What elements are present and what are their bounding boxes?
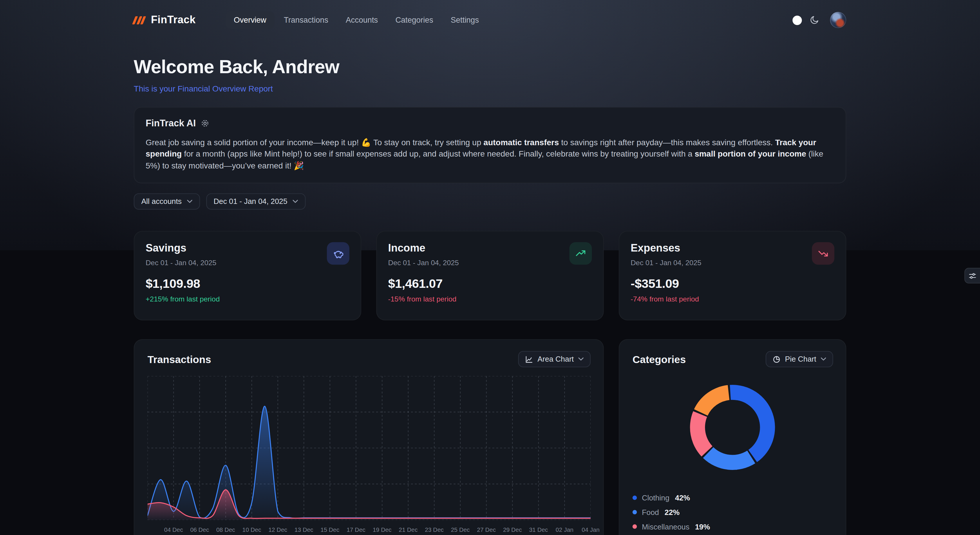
x-axis-tick: 23 Dec — [425, 527, 444, 533]
ai-card-title: FinTrack AI — [146, 118, 196, 128]
chevron-down-icon — [293, 200, 298, 204]
gear-icon — [201, 118, 210, 127]
savings-amount: $1,109.98 — [146, 277, 349, 291]
panel-settings-button[interactable] — [964, 268, 980, 283]
legend-item-clothing: Clothing 42% — [632, 491, 832, 505]
savings-card: Savings Dec 01 - Jan 04, 2025 $1,109.98 … — [134, 231, 361, 321]
piggy-bank-icon — [327, 243, 350, 265]
x-axis-tick: 21 Dec — [399, 527, 418, 533]
legend-dot — [632, 525, 637, 529]
x-axis-tick: 04 Dec — [164, 527, 183, 533]
savings-title: Savings — [146, 243, 216, 255]
categories-legend: Clothing 42% Food 22% Miscellaneous 19% — [619, 491, 846, 535]
brand-logo[interactable]: FinTrack — [134, 14, 196, 26]
categories-panel-title: Categories — [632, 353, 686, 366]
expenses-period: Dec 01 - Jan 04, 2025 — [631, 259, 702, 267]
x-axis-tick: 25 Dec — [451, 527, 470, 533]
moon-icon — [810, 15, 819, 25]
pie-chart-icon — [773, 355, 781, 363]
theme-light-button[interactable] — [791, 13, 803, 26]
filter-row: All accounts Dec 01 - Jan 04, 2025 — [134, 193, 846, 210]
x-axis-tick: 04 Jan — [582, 527, 599, 533]
area-chart-container: 04 Dec06 Dec08 Dec10 Dec12 Dec13 Dec15 D… — [147, 377, 590, 535]
stats-row: Savings Dec 01 - Jan 04, 2025 $1,109.98 … — [134, 231, 846, 321]
donut-segment-clothing — [730, 385, 775, 462]
chevron-down-icon — [821, 358, 826, 361]
chart-type-label: Pie Chart — [785, 355, 816, 364]
brand-name: FinTrack — [151, 14, 196, 26]
x-axis-tick: 17 Dec — [347, 527, 366, 533]
savings-period: Dec 01 - Jan 04, 2025 — [146, 259, 216, 267]
x-axis-tick: 31 Dec — [529, 527, 548, 533]
expenses-amount: -$351.09 — [631, 277, 834, 291]
nav-item-settings[interactable]: Settings — [442, 11, 487, 29]
legend-value: 22% — [665, 508, 680, 517]
x-axis-tick: 15 Dec — [321, 527, 339, 533]
nav-item-overview[interactable]: Overview — [226, 11, 274, 29]
date-range-label: Dec 01 - Jan 04, 2025 — [213, 197, 287, 206]
x-axis-tick: 29 Dec — [503, 527, 522, 533]
income-period: Dec 01 - Jan 04, 2025 — [388, 259, 459, 267]
legend-label: Clothing — [642, 493, 670, 502]
income-title: Income — [388, 243, 459, 255]
trending-up-icon — [570, 243, 592, 265]
legend-dot — [632, 496, 637, 500]
ai-message: Great job saving a solid portion of your… — [146, 137, 834, 172]
categories-donut-chart — [679, 374, 786, 481]
theme-dark-button[interactable] — [807, 13, 821, 27]
sun-icon — [792, 15, 802, 25]
legend-value: 19% — [695, 522, 710, 531]
chevron-down-icon — [187, 200, 192, 204]
x-axis-tick: 08 Dec — [216, 527, 235, 533]
legend-dot — [632, 510, 637, 515]
account-filter-label: All accounts — [141, 197, 181, 206]
legend-item-food: Food 22% — [632, 505, 832, 520]
transactions-chart-type-dropdown[interactable]: Area Chart — [518, 351, 591, 367]
financial-overview-report-link[interactable]: This is your Financial Overview Report — [134, 84, 273, 93]
main-nav: Overview Transactions Accounts Categorie… — [226, 11, 487, 29]
legend-value: 42% — [675, 493, 690, 502]
sliders-icon — [968, 271, 977, 280]
x-axis-tick: 19 Dec — [373, 527, 391, 533]
top-nav-bar: FinTrack Overview Transactions Accounts … — [0, 0, 980, 40]
chevron-down-icon — [578, 358, 584, 361]
page-title: Welcome Back, Andrew — [134, 56, 846, 78]
x-axis-tick: 12 Dec — [268, 527, 287, 533]
area-chart-icon — [525, 355, 533, 363]
legend-label: Food — [642, 508, 659, 517]
header-actions — [791, 12, 846, 28]
chart-type-label: Area Chart — [538, 355, 574, 364]
donut-segment-other — [694, 385, 729, 416]
income-change: -15% from last period — [388, 295, 592, 303]
savings-change: +215% from last period — [146, 295, 349, 303]
income-card: Income Dec 01 - Jan 04, 2025 $1,461.07 -… — [376, 231, 604, 321]
donut-segment-food — [703, 447, 755, 470]
panels-row: Transactions Area Chart 04 Dec06 Dec08 D… — [134, 339, 846, 535]
income-amount: $1,461.07 — [388, 277, 592, 291]
legend-item-miscellaneous: Miscellaneous 19% — [632, 520, 832, 534]
trending-down-icon — [812, 243, 834, 265]
nav-item-accounts[interactable]: Accounts — [338, 11, 386, 29]
x-axis-tick: 13 Dec — [294, 527, 313, 533]
main-content: Welcome Back, Andrew This is your Financ… — [134, 56, 846, 535]
nav-item-categories[interactable]: Categories — [387, 11, 441, 29]
nav-item-transactions[interactable]: Transactions — [275, 11, 336, 29]
x-axis-tick: 06 Dec — [190, 527, 209, 533]
transactions-panel: Transactions Area Chart 04 Dec06 Dec08 D… — [134, 339, 604, 535]
transactions-panel-title: Transactions — [147, 353, 211, 366]
x-axis-tick: 27 Dec — [477, 527, 496, 533]
x-axis-tick: 02 Jan — [555, 527, 573, 533]
app-root: FinTrack Overview Transactions Accounts … — [0, 0, 980, 535]
categories-panel: Categories Pie Chart Clothing 42% — [619, 339, 846, 535]
legend-label: Miscellaneous — [642, 522, 690, 531]
date-range-dropdown[interactable]: Dec 01 - Jan 04, 2025 — [206, 193, 305, 210]
x-axis-tick: 10 Dec — [242, 527, 261, 533]
x-axis-labels: 04 Dec06 Dec08 Dec10 Dec12 Dec13 Dec15 D… — [147, 527, 590, 535]
donut-segment-miscellaneous — [690, 411, 712, 457]
account-filter-dropdown[interactable]: All accounts — [134, 193, 200, 210]
categories-chart-type-dropdown[interactable]: Pie Chart — [765, 351, 833, 367]
user-avatar[interactable] — [830, 12, 846, 28]
brand-logo-icon — [134, 16, 146, 24]
expenses-title: Expenses — [631, 243, 702, 255]
transactions-area-chart — [147, 377, 590, 520]
